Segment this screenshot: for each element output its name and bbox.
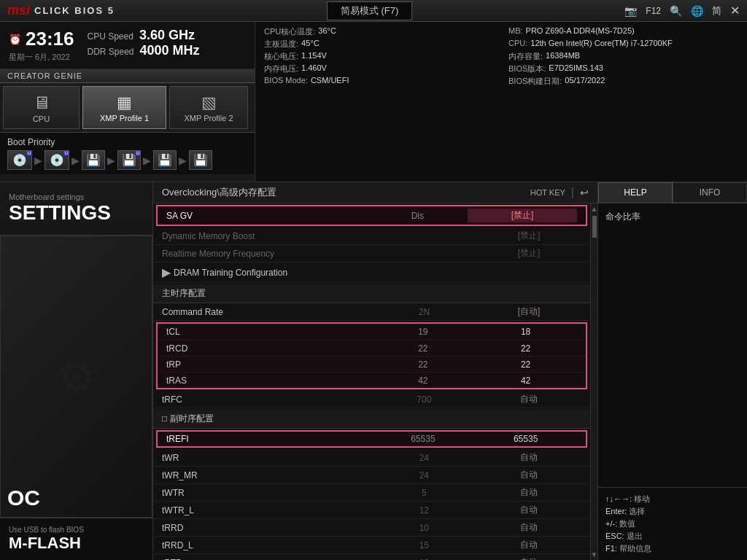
cpu-tab-label: CPU bbox=[33, 114, 50, 123]
close-button[interactable]: ✕ bbox=[730, 4, 740, 18]
trtp-name: tRTP bbox=[162, 558, 372, 561]
camera-icon: 📷 bbox=[624, 5, 637, 17]
boot-arrow-3: ▶ bbox=[107, 155, 115, 166]
bios-date-value: 05/17/2022 bbox=[565, 76, 605, 87]
twr-val: 24 bbox=[372, 453, 477, 463]
separator-icon: | bbox=[571, 186, 574, 199]
command-rate-val: 2N bbox=[372, 307, 477, 317]
tab-cpu[interactable]: 🖥 CPU bbox=[3, 86, 80, 129]
boot-device-5[interactable]: 💾 bbox=[153, 150, 177, 170]
mode-label[interactable]: 简易模式 (F7) bbox=[327, 1, 412, 20]
realtime-mem-row[interactable]: Realtime Memory Frequency [禁止] bbox=[153, 245, 590, 262]
trfc-row[interactable]: tRFC 700 自动 bbox=[153, 391, 590, 408]
bios-ver-label: BIOS版本: bbox=[508, 63, 546, 74]
trrdl-setting: 自动 bbox=[476, 539, 581, 551]
key-move-desc: 移动 bbox=[634, 494, 650, 503]
tab-xmp1[interactable]: ▦ XMP Profile 1 bbox=[82, 86, 166, 129]
oc-background: ⚙ bbox=[0, 236, 152, 518]
creator-genie-bar[interactable]: CREATOR GENIE bbox=[0, 69, 255, 83]
trfc-val: 700 bbox=[372, 394, 477, 405]
key-move-key: ↑↓←→: bbox=[605, 494, 632, 503]
twrmr-name: tWR_MR bbox=[162, 470, 372, 481]
trrd-setting: 自动 bbox=[476, 521, 581, 534]
mflash-section[interactable]: Use USB to flash BIOS M-FLASH bbox=[0, 518, 152, 560]
twrmr-row[interactable]: tWR_MR 24 自动 bbox=[153, 467, 590, 484]
scrollbar[interactable]: ▲ ▼ bbox=[590, 203, 597, 560]
trefi-val: 65535 bbox=[372, 434, 475, 444]
speeds-block: CPU Speed 3.60 GHz DDR Speed 4000 MHz bbox=[88, 28, 200, 58]
key-enter-key: Enter: bbox=[605, 507, 627, 516]
twrmr-val: 24 bbox=[372, 470, 477, 481]
boot-device-1[interactable]: 💿U bbox=[7, 150, 32, 170]
oc-section[interactable]: ⚙ OC bbox=[0, 236, 152, 518]
boot-devices-row: 💿U ▶ 💿U ▶ 💾 ▶ 💾U ▶ 💾 ▶ 💾 bbox=[7, 150, 247, 170]
back-icon[interactable]: ↩ bbox=[580, 187, 589, 198]
lang-char[interactable]: 简 bbox=[712, 4, 721, 18]
core-voltage-row: 核心电压: 1.154V bbox=[264, 51, 494, 62]
boot-device-6[interactable]: 💾 bbox=[189, 150, 212, 170]
secondary-timing-header: □ 副时序配置 bbox=[153, 410, 590, 429]
xmp2-tab-label: XMP Profile 2 bbox=[184, 114, 233, 122]
trfc-name: tRFC bbox=[162, 394, 372, 405]
boot-priority-label: Boot Priority bbox=[7, 137, 247, 147]
sagv-val: Dis bbox=[368, 211, 468, 221]
scroll-thumb[interactable] bbox=[592, 216, 597, 238]
mem-size-value: 16384MB bbox=[546, 51, 580, 62]
dram-training-row[interactable]: ▶ DRAM Training Configuration bbox=[153, 262, 590, 283]
bios-date-row: BIOS构建日期: 05/17/2022 bbox=[508, 76, 738, 87]
command-rate-name: Command Rate bbox=[162, 307, 372, 317]
trrdl-val: 15 bbox=[372, 540, 477, 551]
twr-row[interactable]: tWR 24 自动 bbox=[153, 449, 590, 467]
cpu-speed-value: 3.60 GHz bbox=[139, 28, 195, 43]
board-temp-label: 主板温度: bbox=[264, 39, 298, 50]
realtime-mem-name: Realtime Memory Frequency bbox=[162, 249, 372, 259]
dynamic-mem-row[interactable]: Dynamic Memory Boost [禁止] bbox=[153, 228, 590, 245]
scroll-up-arrow[interactable]: ▲ bbox=[591, 205, 597, 213]
trefi-setting: 65535 bbox=[474, 434, 577, 444]
tab-info[interactable]: INFO bbox=[673, 182, 747, 203]
cpu-temp-label: CPU核心温度: bbox=[264, 26, 315, 37]
core-voltage-label: 核心电压: bbox=[264, 51, 298, 62]
boot-device-3[interactable]: 💾 bbox=[82, 150, 105, 170]
tras-name: tRAS bbox=[166, 376, 372, 386]
trrd-row[interactable]: tRRD 10 自动 bbox=[153, 519, 590, 537]
key-esc-key: ESC: bbox=[605, 532, 624, 540]
cpu-speed-row: CPU Speed 3.60 GHz bbox=[88, 28, 200, 43]
globe-icon[interactable]: 🌐 bbox=[691, 5, 703, 17]
mb-value: PRO Z690-A DDR4(MS-7D25) bbox=[526, 26, 635, 37]
sagv-row[interactable]: SA GV Dis [禁止] bbox=[156, 205, 587, 226]
date-display: 星期一 6月, 2022 bbox=[9, 52, 74, 63]
trp-name: tRP bbox=[166, 359, 372, 370]
tras-row[interactable]: tRAS 42 42 bbox=[158, 372, 586, 388]
cpu-speed-label: CPU Speed bbox=[88, 31, 133, 42]
trcd-val: 22 bbox=[372, 343, 475, 354]
scroll-down-arrow[interactable]: ▼ bbox=[591, 551, 597, 559]
tab-xmp2[interactable]: ▧ XMP Profile 2 bbox=[169, 86, 248, 129]
tras-setting: 42 bbox=[474, 376, 577, 386]
boot-device-2[interactable]: 💿U bbox=[44, 150, 69, 170]
settings-label: Motherboard settings bbox=[9, 192, 144, 201]
zoom-icon[interactable]: 🔍 bbox=[670, 5, 682, 17]
mem-voltage-row: 内存电压: 1.460V bbox=[264, 63, 494, 74]
tras-val: 42 bbox=[372, 376, 475, 386]
boot-device-4[interactable]: 💾U bbox=[117, 150, 141, 170]
boot-arrow-5: ▶ bbox=[179, 155, 187, 166]
cpu-model-label: CPU: bbox=[508, 39, 527, 50]
settings-section[interactable]: Motherboard settings SETTINGS bbox=[0, 182, 152, 236]
trefi-name: tREFI bbox=[166, 434, 372, 444]
command-rate-row[interactable]: Command Rate 2N [自动] bbox=[153, 303, 590, 321]
twtrl-row[interactable]: tWTR_L 12 自动 bbox=[153, 502, 590, 519]
screenshot-key[interactable]: F12 bbox=[646, 6, 661, 16]
dram-training-name: DRAM Training Configuration bbox=[174, 268, 581, 278]
tcl-row[interactable]: tCL 19 18 bbox=[158, 324, 586, 340]
twtr-row[interactable]: tWTR 5 自动 bbox=[153, 484, 590, 502]
tab-help[interactable]: HELP bbox=[598, 182, 673, 203]
trp-row[interactable]: tRP 22 22 bbox=[158, 356, 586, 372]
trrdl-row[interactable]: tRRD_L 15 自动 bbox=[153, 537, 590, 554]
trefi-row[interactable]: tREFI 65535 65535 bbox=[156, 430, 587, 448]
trcd-row[interactable]: tRCD 22 22 bbox=[158, 340, 586, 356]
ddr-speed-value: 4000 MHz bbox=[140, 43, 200, 58]
trtp-row[interactable]: tRTP 12 自动 bbox=[153, 554, 590, 560]
bios-ver-row: BIOS版本: E7D25IMS.143 bbox=[508, 63, 738, 74]
twr-setting: 自动 bbox=[476, 451, 581, 464]
